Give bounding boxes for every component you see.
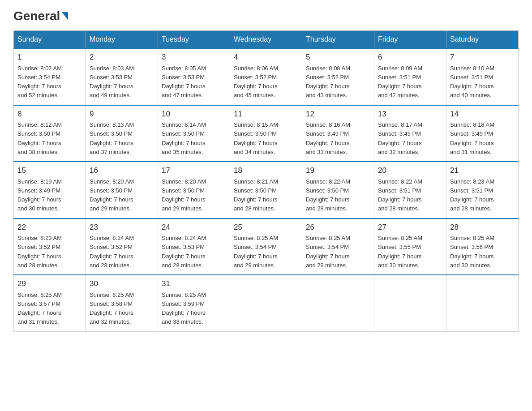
day-number: 5 [306, 51, 370, 63]
day-info: Sunrise: 8:20 AMSunset: 3:50 PMDaylight:… [162, 178, 206, 212]
day-number: 24 [162, 222, 226, 233]
day-info: Sunrise: 8:05 AMSunset: 3:53 PMDaylight:… [162, 65, 206, 99]
day-number: 27 [378, 222, 442, 233]
calendar-week-row: 1 Sunrise: 8:02 AMSunset: 3:54 PMDayligh… [14, 48, 519, 105]
day-info: Sunrise: 8:21 AMSunset: 3:50 PMDaylight:… [234, 178, 278, 212]
calendar-cell: 27 Sunrise: 8:25 AMSunset: 3:55 PMDaylig… [374, 218, 446, 275]
day-info: Sunrise: 8:18 AMSunset: 3:49 PMDaylight:… [450, 121, 494, 155]
col-header-tuesday: Tuesday [158, 31, 230, 49]
day-number: 23 [90, 222, 154, 233]
day-number: 2 [90, 51, 154, 63]
calendar-cell: 20 Sunrise: 8:22 AMSunset: 3:51 PMDaylig… [374, 162, 446, 218]
calendar-cell: 17 Sunrise: 8:20 AMSunset: 3:50 PMDaylig… [158, 162, 230, 218]
day-info: Sunrise: 8:22 AMSunset: 3:51 PMDaylight:… [378, 178, 422, 212]
day-info: Sunrise: 8:23 AMSunset: 3:51 PMDaylight:… [450, 178, 494, 212]
day-info: Sunrise: 8:14 AMSunset: 3:50 PMDaylight:… [162, 121, 206, 155]
day-number: 21 [450, 165, 515, 176]
day-number: 4 [234, 51, 298, 63]
calendar-cell: 24 Sunrise: 8:24 AMSunset: 3:53 PMDaylig… [158, 218, 230, 275]
calendar-header-row: SundayMondayTuesdayWednesdayThursdayFrid… [14, 31, 519, 49]
day-number: 1 [17, 51, 82, 63]
calendar-cell: 5 Sunrise: 8:08 AMSunset: 3:52 PMDayligh… [302, 48, 374, 105]
day-number: 26 [306, 222, 370, 233]
calendar-cell: 21 Sunrise: 8:23 AMSunset: 3:51 PMDaylig… [446, 162, 519, 218]
col-header-sunday: Sunday [14, 31, 86, 49]
col-header-thursday: Thursday [302, 31, 374, 49]
day-info: Sunrise: 8:03 AMSunset: 3:53 PMDaylight:… [90, 65, 134, 99]
col-header-wednesday: Wednesday [230, 31, 302, 49]
calendar-cell: 26 Sunrise: 8:25 AMSunset: 3:54 PMDaylig… [302, 218, 374, 275]
day-info: Sunrise: 8:25 AMSunset: 3:54 PMDaylight:… [234, 235, 278, 269]
calendar-week-row: 8 Sunrise: 8:12 AMSunset: 3:50 PMDayligh… [14, 105, 519, 162]
day-info: Sunrise: 8:08 AMSunset: 3:52 PMDaylight:… [306, 65, 350, 99]
day-number: 6 [378, 51, 442, 63]
col-header-friday: Friday [374, 31, 446, 49]
logo-triangle-icon [62, 12, 68, 20]
calendar-week-row: 29 Sunrise: 8:25 AMSunset: 3:57 PMDaylig… [14, 275, 519, 331]
calendar-cell: 12 Sunrise: 8:16 AMSunset: 3:49 PMDaylig… [302, 105, 374, 162]
day-number: 7 [450, 51, 515, 63]
day-number: 19 [306, 165, 370, 176]
day-number: 20 [378, 165, 442, 176]
day-info: Sunrise: 8:25 AMSunset: 3:58 PMDaylight:… [90, 291, 134, 325]
calendar-cell: 7 Sunrise: 8:10 AMSunset: 3:51 PMDayligh… [446, 48, 519, 105]
day-number: 10 [162, 108, 226, 120]
day-info: Sunrise: 8:13 AMSunset: 3:50 PMDaylight:… [90, 121, 134, 155]
day-number: 15 [17, 165, 82, 176]
day-number: 9 [90, 108, 154, 120]
day-number: 11 [234, 108, 298, 120]
calendar-cell: 29 Sunrise: 8:25 AMSunset: 3:57 PMDaylig… [14, 275, 86, 331]
calendar-table: SundayMondayTuesdayWednesdayThursdayFrid… [13, 30, 519, 332]
calendar-cell: 18 Sunrise: 8:21 AMSunset: 3:50 PMDaylig… [230, 162, 302, 218]
calendar-week-row: 22 Sunrise: 8:23 AMSunset: 3:52 PMDaylig… [14, 218, 519, 275]
day-number: 16 [90, 165, 154, 176]
logo: General [13, 9, 68, 21]
day-number: 28 [450, 222, 515, 233]
day-info: Sunrise: 8:12 AMSunset: 3:50 PMDaylight:… [17, 121, 62, 155]
day-info: Sunrise: 8:09 AMSunset: 3:51 PMDaylight:… [378, 65, 422, 99]
day-info: Sunrise: 8:25 AMSunset: 3:56 PMDaylight:… [450, 235, 494, 269]
calendar-cell: 3 Sunrise: 8:05 AMSunset: 3:53 PMDayligh… [158, 48, 230, 105]
day-info: Sunrise: 8:24 AMSunset: 3:53 PMDaylight:… [162, 235, 206, 269]
day-info: Sunrise: 8:25 AMSunset: 3:55 PMDaylight:… [378, 235, 422, 269]
calendar-cell: 23 Sunrise: 8:24 AMSunset: 3:52 PMDaylig… [86, 218, 158, 275]
calendar-cell: 8 Sunrise: 8:12 AMSunset: 3:50 PMDayligh… [14, 105, 86, 162]
calendar-cell: 6 Sunrise: 8:09 AMSunset: 3:51 PMDayligh… [374, 48, 446, 105]
day-number: 25 [234, 222, 298, 233]
day-info: Sunrise: 8:25 AMSunset: 3:54 PMDaylight:… [306, 235, 350, 269]
day-number: 12 [306, 108, 370, 120]
calendar-cell [230, 275, 302, 331]
calendar-cell [302, 275, 374, 331]
col-header-saturday: Saturday [446, 31, 519, 49]
day-info: Sunrise: 8:20 AMSunset: 3:50 PMDaylight:… [90, 178, 134, 212]
day-number: 31 [162, 278, 226, 290]
calendar-cell: 14 Sunrise: 8:18 AMSunset: 3:49 PMDaylig… [446, 105, 519, 162]
calendar-cell: 2 Sunrise: 8:03 AMSunset: 3:53 PMDayligh… [86, 48, 158, 105]
day-info: Sunrise: 8:19 AMSunset: 3:49 PMDaylight:… [17, 178, 62, 212]
day-number: 30 [90, 278, 154, 290]
calendar-cell [446, 275, 519, 331]
day-info: Sunrise: 8:17 AMSunset: 3:49 PMDaylight:… [378, 121, 422, 155]
calendar-cell: 31 Sunrise: 8:25 AMSunset: 3:59 PMDaylig… [158, 275, 230, 331]
logo-general-text: General [13, 9, 68, 23]
day-number: 3 [162, 51, 226, 63]
calendar-cell: 16 Sunrise: 8:20 AMSunset: 3:50 PMDaylig… [86, 162, 158, 218]
calendar-body: 1 Sunrise: 8:02 AMSunset: 3:54 PMDayligh… [14, 48, 519, 331]
calendar-cell: 13 Sunrise: 8:17 AMSunset: 3:49 PMDaylig… [374, 105, 446, 162]
day-info: Sunrise: 8:22 AMSunset: 3:50 PMDaylight:… [306, 178, 350, 212]
col-header-monday: Monday [86, 31, 158, 49]
day-number: 29 [17, 278, 82, 290]
day-info: Sunrise: 8:16 AMSunset: 3:49 PMDaylight:… [306, 121, 350, 155]
calendar-week-row: 15 Sunrise: 8:19 AMSunset: 3:49 PMDaylig… [14, 162, 519, 218]
day-number: 22 [17, 222, 82, 233]
day-number: 13 [378, 108, 442, 120]
calendar-cell: 1 Sunrise: 8:02 AMSunset: 3:54 PMDayligh… [14, 48, 86, 105]
calendar-cell: 11 Sunrise: 8:15 AMSunset: 3:50 PMDaylig… [230, 105, 302, 162]
calendar-cell: 15 Sunrise: 8:19 AMSunset: 3:49 PMDaylig… [14, 162, 86, 218]
calendar-cell: 25 Sunrise: 8:25 AMSunset: 3:54 PMDaylig… [230, 218, 302, 275]
calendar-cell [374, 275, 446, 331]
calendar-cell: 10 Sunrise: 8:14 AMSunset: 3:50 PMDaylig… [158, 105, 230, 162]
day-info: Sunrise: 8:25 AMSunset: 3:57 PMDaylight:… [17, 291, 62, 325]
calendar-cell: 22 Sunrise: 8:23 AMSunset: 3:52 PMDaylig… [14, 218, 86, 275]
day-info: Sunrise: 8:15 AMSunset: 3:50 PMDaylight:… [234, 121, 278, 155]
